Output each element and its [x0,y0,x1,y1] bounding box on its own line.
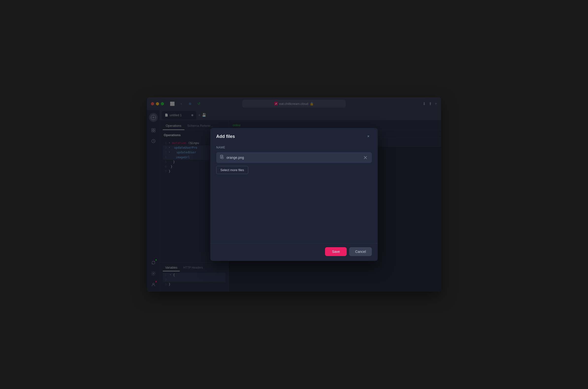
modal-overlay: Add files × Name [147,97,441,292]
modal-header: Add files × [210,128,378,144]
add-files-modal: Add files × Name [210,128,378,261]
file-name-input[interactable] [227,156,360,160]
cancel-button[interactable]: Cancel [349,247,372,256]
file-row [216,152,372,163]
select-more-files-button[interactable]: Select more files [216,166,248,174]
browser-window: ⬜ ‹ ⊕ ↺ 🌶 eat.chillicream.cloud 🔒 ⬇ ⬆ + [147,97,441,292]
modal-footer: Save Cancel [210,243,378,261]
save-button[interactable]: Save [325,247,347,256]
file-type-icon [220,155,224,160]
svg-point-18 [222,157,223,158]
modal-close-button[interactable]: × [365,133,372,140]
name-column-header: Name [216,146,372,149]
modal-body: Name [210,144,378,243]
svg-rect-17 [222,157,223,159]
modal-title: Add files [216,134,235,139]
file-remove-button[interactable] [362,155,368,161]
